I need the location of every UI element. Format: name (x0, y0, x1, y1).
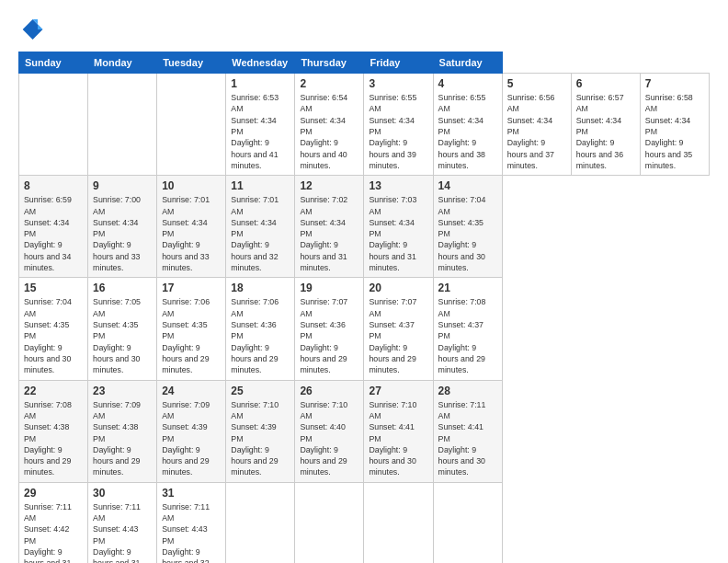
calendar-cell: 31 Sunrise: 7:11 AMSunset: 4:43 PMDaylig… (157, 482, 226, 563)
weekday-header: Monday (88, 52, 157, 74)
day-number: 10 (162, 179, 221, 192)
day-info: Sunrise: 7:01 AMSunset: 4:34 PMDaylight:… (231, 194, 290, 273)
weekday-header: Saturday (433, 52, 502, 74)
day-number: 12 (300, 179, 358, 192)
weekday-header: Thursday (295, 52, 364, 74)
logo (18, 17, 46, 42)
day-number: 15 (24, 282, 83, 294)
day-info: Sunrise: 7:09 AMSunset: 4:39 PMDaylight:… (162, 399, 221, 478)
calendar-table: SundayMondayTuesdayWednesdayThursdayFrid… (18, 52, 710, 563)
day-number: 5 (507, 77, 566, 90)
calendar-cell: 26 Sunrise: 7:10 AMSunset: 4:40 PMDaylig… (295, 380, 364, 482)
day-number: 2 (300, 77, 358, 90)
empty-cell (19, 74, 88, 176)
calendar-cell: 5 Sunrise: 6:56 AMSunset: 4:34 PMDayligh… (502, 74, 571, 176)
calendar-week-row: 22 Sunrise: 7:08 AMSunset: 4:38 PMDaylig… (19, 380, 710, 482)
day-info: Sunrise: 7:09 AMSunset: 4:38 PMDaylight:… (93, 399, 152, 478)
day-info: Sunrise: 7:11 AMSunset: 4:43 PMDaylight:… (162, 501, 221, 563)
calendar-cell: 15 Sunrise: 7:04 AMSunset: 4:35 PMDaylig… (19, 278, 88, 380)
calendar-cell: 7 Sunrise: 6:58 AMSunset: 4:34 PMDayligh… (640, 74, 709, 176)
day-info: Sunrise: 6:54 AMSunset: 4:34 PMDaylight:… (300, 92, 358, 171)
calendar-cell: 30 Sunrise: 7:11 AMSunset: 4:43 PMDaylig… (88, 482, 157, 563)
day-info: Sunrise: 7:06 AMSunset: 4:35 PMDaylight:… (162, 296, 221, 375)
day-info: Sunrise: 7:10 AMSunset: 4:39 PMDaylight:… (231, 399, 290, 478)
calendar-cell: 3 Sunrise: 6:55 AMSunset: 4:34 PMDayligh… (364, 74, 433, 176)
calendar-cell: 21 Sunrise: 7:08 AMSunset: 4:37 PMDaylig… (433, 278, 502, 380)
weekday-header: Wednesday (226, 52, 295, 74)
calendar-cell: 11 Sunrise: 7:01 AMSunset: 4:34 PMDaylig… (226, 176, 295, 278)
calendar-cell (364, 482, 433, 563)
header (18, 17, 710, 42)
day-number: 4 (438, 77, 497, 90)
day-number: 8 (24, 179, 83, 192)
day-number: 24 (162, 385, 221, 397)
calendar-cell: 22 Sunrise: 7:08 AMSunset: 4:38 PMDaylig… (19, 380, 88, 482)
day-info: Sunrise: 6:58 AMSunset: 4:34 PMDaylight:… (645, 92, 704, 171)
calendar-cell: 29 Sunrise: 7:11 AMSunset: 4:42 PMDaylig… (19, 482, 88, 563)
day-info: Sunrise: 7:10 AMSunset: 4:40 PMDaylight:… (300, 399, 358, 478)
day-number: 3 (369, 77, 427, 90)
calendar-cell (433, 482, 502, 563)
day-info: Sunrise: 6:55 AMSunset: 4:34 PMDaylight:… (369, 92, 427, 171)
logo-icon (18, 17, 44, 42)
day-info: Sunrise: 6:57 AMSunset: 4:34 PMDaylight:… (576, 92, 635, 171)
day-number: 17 (162, 282, 221, 294)
day-number: 20 (369, 282, 427, 294)
calendar-week-row: 1 Sunrise: 6:53 AMSunset: 4:34 PMDayligh… (19, 74, 710, 176)
weekday-header: Tuesday (157, 52, 226, 74)
day-number: 21 (438, 282, 497, 294)
day-number: 6 (576, 77, 635, 90)
calendar-cell: 17 Sunrise: 7:06 AMSunset: 4:35 PMDaylig… (157, 278, 226, 380)
day-info: Sunrise: 7:04 AMSunset: 4:35 PMDaylight:… (24, 296, 83, 375)
calendar-cell: 12 Sunrise: 7:02 AMSunset: 4:34 PMDaylig… (295, 176, 364, 278)
calendar-cell: 27 Sunrise: 7:10 AMSunset: 4:41 PMDaylig… (364, 380, 433, 482)
day-info: Sunrise: 7:04 AMSunset: 4:35 PMDaylight:… (438, 194, 497, 273)
calendar-cell: 6 Sunrise: 6:57 AMSunset: 4:34 PMDayligh… (571, 74, 640, 176)
weekday-header: Friday (364, 52, 433, 74)
day-number: 16 (93, 282, 152, 294)
day-number: 19 (300, 282, 358, 294)
day-info: Sunrise: 7:02 AMSunset: 4:34 PMDaylight:… (300, 194, 358, 273)
day-info: Sunrise: 7:01 AMSunset: 4:34 PMDaylight:… (162, 194, 221, 273)
day-info: Sunrise: 7:07 AMSunset: 4:37 PMDaylight:… (369, 296, 427, 375)
day-number: 29 (24, 487, 83, 500)
day-number: 1 (231, 77, 290, 90)
calendar-week-row: 15 Sunrise: 7:04 AMSunset: 4:35 PMDaylig… (19, 278, 710, 380)
calendar-cell (226, 482, 295, 563)
calendar-cell: 1 Sunrise: 6:53 AMSunset: 4:34 PMDayligh… (226, 74, 295, 176)
day-info: Sunrise: 7:11 AMSunset: 4:42 PMDaylight:… (24, 501, 83, 563)
day-number: 25 (231, 385, 290, 397)
day-info: Sunrise: 7:11 AMSunset: 4:43 PMDaylight:… (93, 501, 152, 563)
day-info: Sunrise: 6:53 AMSunset: 4:34 PMDaylight:… (231, 92, 290, 171)
calendar-cell: 28 Sunrise: 7:11 AMSunset: 4:41 PMDaylig… (433, 380, 502, 482)
day-number: 23 (93, 385, 152, 397)
weekday-header-row: SundayMondayTuesdayWednesdayThursdayFrid… (19, 52, 710, 74)
day-number: 9 (93, 179, 152, 192)
calendar-cell: 18 Sunrise: 7:06 AMSunset: 4:36 PMDaylig… (226, 278, 295, 380)
page: SundayMondayTuesdayWednesdayThursdayFrid… (0, 0, 728, 563)
day-number: 31 (162, 487, 221, 500)
day-info: Sunrise: 7:05 AMSunset: 4:35 PMDaylight:… (93, 296, 152, 375)
calendar-cell (295, 482, 364, 563)
empty-cell (88, 74, 157, 176)
day-info: Sunrise: 7:10 AMSunset: 4:41 PMDaylight:… (369, 399, 427, 478)
calendar-cell: 25 Sunrise: 7:10 AMSunset: 4:39 PMDaylig… (226, 380, 295, 482)
empty-cell (157, 74, 226, 176)
day-number: 11 (231, 179, 290, 192)
calendar-week-row: 29 Sunrise: 7:11 AMSunset: 4:42 PMDaylig… (19, 482, 710, 563)
day-info: Sunrise: 7:08 AMSunset: 4:37 PMDaylight:… (438, 296, 497, 375)
day-info: Sunrise: 7:11 AMSunset: 4:41 PMDaylight:… (438, 399, 497, 478)
calendar-cell: 23 Sunrise: 7:09 AMSunset: 4:38 PMDaylig… (88, 380, 157, 482)
day-number: 14 (438, 179, 497, 192)
calendar-week-row: 8 Sunrise: 6:59 AMSunset: 4:34 PMDayligh… (19, 176, 710, 278)
day-info: Sunrise: 6:59 AMSunset: 4:34 PMDaylight:… (24, 194, 83, 273)
calendar-cell: 9 Sunrise: 7:00 AMSunset: 4:34 PMDayligh… (88, 176, 157, 278)
calendar-cell: 2 Sunrise: 6:54 AMSunset: 4:34 PMDayligh… (295, 74, 364, 176)
calendar-cell: 24 Sunrise: 7:09 AMSunset: 4:39 PMDaylig… (157, 380, 226, 482)
calendar-cell: 8 Sunrise: 6:59 AMSunset: 4:34 PMDayligh… (19, 176, 88, 278)
weekday-header: Sunday (19, 52, 88, 74)
day-number: 13 (369, 179, 427, 192)
calendar-cell: 4 Sunrise: 6:55 AMSunset: 4:34 PMDayligh… (433, 74, 502, 176)
day-info: Sunrise: 7:03 AMSunset: 4:34 PMDaylight:… (369, 194, 427, 273)
day-number: 30 (93, 487, 152, 500)
